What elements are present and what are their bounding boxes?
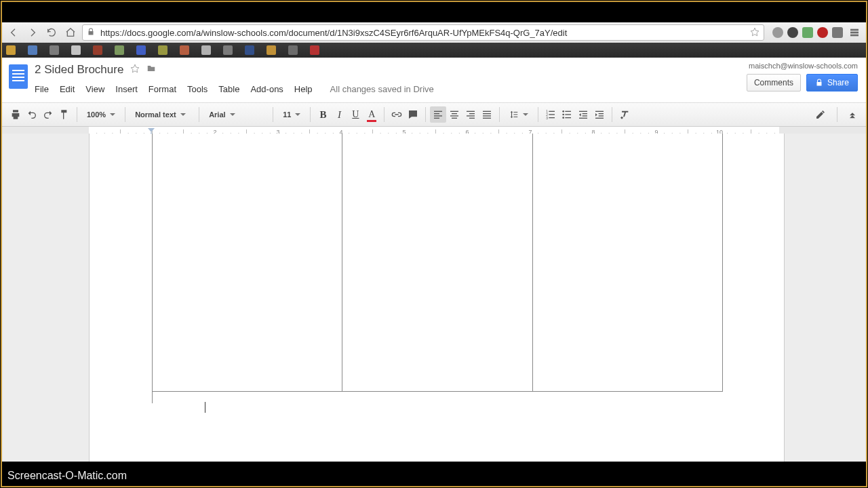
svg-rect-33: [583, 115, 587, 116]
menu-view[interactable]: View: [85, 84, 104, 94]
docs-logo-icon[interactable]: [9, 64, 28, 89]
bookmark-item[interactable]: [201, 45, 211, 55]
docs-header: 2 Sided Brochure File Edit View Insert F…: [2, 58, 866, 102]
numbered-list-icon[interactable]: 123: [542, 106, 559, 123]
bookmark-item[interactable]: [288, 45, 298, 55]
svg-rect-11: [467, 111, 475, 112]
svg-rect-17: [483, 115, 491, 116]
zoom-dropdown[interactable]: 100%: [81, 106, 121, 123]
menu-edit[interactable]: Edit: [60, 84, 75, 94]
text-color-button[interactable]: A: [363, 106, 380, 123]
svg-rect-6: [434, 118, 439, 119]
save-status: All changes saved in Drive: [330, 84, 434, 94]
svg-rect-12: [469, 113, 475, 114]
menu-format[interactable]: Format: [149, 84, 176, 94]
expand-toolbar-icon[interactable]: [844, 106, 861, 123]
bookmark-item[interactable]: [93, 45, 102, 55]
paragraph-style-dropdown[interactable]: Normal text: [130, 106, 195, 123]
bookmark-item[interactable]: [136, 45, 146, 55]
table-edge: [152, 391, 153, 403]
clear-formatting-icon[interactable]: [616, 106, 633, 123]
address-bar[interactable]: [82, 24, 764, 41]
comments-button[interactable]: Comments: [747, 74, 801, 92]
home-icon[interactable]: [63, 25, 78, 40]
brochure-table[interactable]: [152, 134, 723, 392]
align-center-icon[interactable]: [446, 106, 462, 123]
bookmark-item[interactable]: [310, 45, 319, 55]
back-icon[interactable]: [6, 25, 21, 40]
bookmarks-bar: [2, 43, 866, 58]
forward-icon[interactable]: [25, 25, 40, 40]
bulleted-list-icon[interactable]: [559, 106, 575, 123]
line-spacing-dropdown[interactable]: [504, 106, 534, 123]
undo-icon[interactable]: [24, 106, 40, 123]
bold-button[interactable]: B: [315, 106, 331, 123]
align-right-icon[interactable]: [462, 106, 479, 123]
user-email[interactable]: maischch@winslow-schools.com: [749, 62, 858, 70]
lock-icon: [87, 28, 95, 38]
svg-rect-37: [599, 115, 604, 116]
paint-format-icon[interactable]: [56, 106, 73, 123]
document-canvas[interactable]: [2, 134, 866, 462]
svg-rect-35: [595, 111, 604, 112]
insert-link-icon[interactable]: [389, 106, 405, 123]
redo-icon[interactable]: [40, 106, 56, 123]
video-letterbox-bottom: [2, 462, 866, 486]
svg-rect-2: [851, 35, 859, 35]
font-size-dropdown[interactable]: 11: [277, 106, 306, 123]
reload-icon[interactable]: [44, 25, 59, 40]
bookmark-item[interactable]: [115, 45, 124, 55]
table-cell[interactable]: [342, 134, 532, 391]
print-icon[interactable]: [7, 106, 24, 123]
bookmark-item[interactable]: [50, 45, 59, 55]
document-title[interactable]: 2 Sided Brochure: [35, 63, 123, 77]
table-cell[interactable]: [153, 134, 342, 391]
menu-addons[interactable]: Add-ons: [250, 84, 283, 94]
extension-icon[interactable]: [772, 27, 783, 38]
extension-icon[interactable]: [787, 27, 798, 38]
menu-help[interactable]: Help: [294, 84, 313, 94]
font-dropdown[interactable]: Arial: [203, 106, 269, 123]
increase-indent-icon[interactable]: [591, 106, 608, 123]
extension-icon[interactable]: [802, 27, 813, 38]
extension-icon[interactable]: [817, 27, 828, 38]
table-cell[interactable]: [533, 134, 722, 391]
document-page[interactable]: [89, 134, 785, 462]
bookmark-item[interactable]: [71, 45, 81, 55]
folder-icon[interactable]: [146, 64, 156, 76]
bookmark-item[interactable]: [267, 45, 276, 55]
align-left-icon[interactable]: [430, 106, 446, 123]
browser-menu-icon[interactable]: [847, 25, 862, 40]
menu-insert[interactable]: Insert: [115, 84, 138, 94]
svg-rect-10: [452, 118, 457, 119]
italic-button[interactable]: I: [331, 106, 347, 123]
svg-rect-14: [469, 118, 475, 119]
svg-rect-15: [483, 111, 491, 112]
decrease-indent-icon[interactable]: [575, 106, 591, 123]
url-input[interactable]: [99, 27, 746, 39]
bookmark-star-icon[interactable]: [750, 27, 760, 39]
menu-tools[interactable]: Tools: [187, 84, 208, 94]
svg-rect-36: [599, 113, 604, 114]
insert-comment-icon[interactable]: [405, 106, 421, 123]
svg-rect-8: [452, 113, 457, 114]
watermark-text: Screencast-O-Matic.com: [7, 470, 127, 482]
bookmark-item[interactable]: [28, 45, 37, 55]
menu-table[interactable]: Table: [218, 84, 239, 94]
bookmark-item[interactable]: [180, 45, 189, 55]
svg-rect-4: [434, 113, 439, 114]
bookmark-item[interactable]: [245, 45, 254, 55]
underline-button[interactable]: U: [347, 106, 363, 123]
bookmark-item[interactable]: [223, 45, 233, 55]
star-document-icon[interactable]: [130, 64, 140, 76]
bookmark-item[interactable]: [6, 45, 16, 55]
svg-rect-5: [434, 115, 442, 116]
share-button[interactable]: Share: [806, 74, 858, 92]
svg-rect-26: [566, 111, 572, 112]
menu-file[interactable]: File: [35, 84, 49, 94]
editing-mode-icon[interactable]: [814, 106, 830, 123]
extension-icon[interactable]: [832, 27, 843, 38]
svg-rect-22: [549, 114, 555, 115]
align-justify-icon[interactable]: [479, 106, 495, 123]
bookmark-item[interactable]: [158, 45, 167, 55]
